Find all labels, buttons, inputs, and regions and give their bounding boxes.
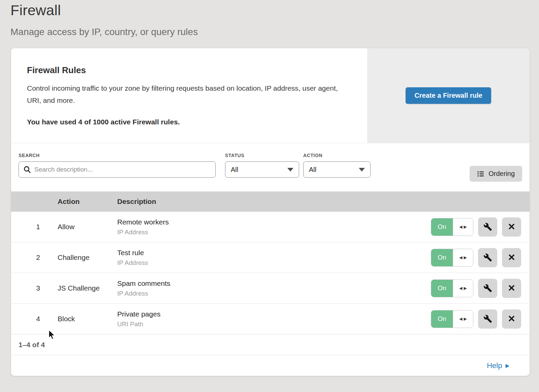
help-row: Help ▶ (11, 355, 530, 376)
rule-enabled-toggle[interactable]: On ◀▶ (431, 249, 473, 267)
wrench-icon (483, 314, 492, 323)
rule-description: Test rule (117, 249, 431, 257)
rule-number: 4 (19, 315, 58, 323)
ordering-button[interactable]: Ordering (470, 166, 522, 182)
toggle-on-segment[interactable]: On (431, 280, 453, 297)
delete-rule-button[interactable]: ✕ (502, 248, 521, 267)
edit-rule-button[interactable] (478, 309, 497, 329)
left-arrow-icon: ◀ (459, 255, 462, 260)
rule-number: 3 (19, 284, 58, 292)
left-arrow-icon: ◀ (459, 286, 462, 291)
status-select-value: All (231, 166, 238, 174)
close-icon: ✕ (508, 314, 515, 324)
toggle-on-segment[interactable]: On (431, 310, 453, 328)
create-firewall-rule-button[interactable]: Create a Firewall rule (406, 87, 491, 104)
help-link[interactable]: Help (487, 361, 502, 370)
pagination-range: 1–4 of 4 (11, 334, 530, 355)
close-icon: ✕ (508, 253, 515, 262)
search-box (19, 161, 216, 178)
toggle-on-segment[interactable]: On (431, 249, 453, 266)
rule-action: Allow (58, 223, 117, 231)
action-select[interactable]: All (303, 161, 371, 178)
rule-controls: On ◀▶ ✕ (431, 248, 521, 267)
card-top-text: Firewall Rules Control incoming traffic … (11, 48, 367, 143)
rule-action: Block (58, 315, 117, 323)
card-top-panel: Create a Firewall rule (367, 48, 530, 143)
right-arrow-icon: ▶ (464, 255, 467, 260)
wrench-icon (483, 253, 492, 262)
usage-note: You have used 4 of 1000 active Firewall … (27, 118, 354, 126)
edit-rule-button[interactable] (478, 217, 497, 237)
rule-enabled-toggle[interactable]: On ◀▶ (431, 310, 473, 328)
page-subtitle: Manage access by IP, country, or query r… (10, 27, 198, 37)
rule-description: Private pages (117, 310, 431, 318)
delete-rule-button[interactable]: ✕ (502, 279, 521, 298)
table-row: 4 Block Private pages URI Path On ◀▶ ✕ (11, 304, 530, 334)
table-row: 2 Challenge Test rule IP Address On ◀▶ ✕ (11, 242, 530, 273)
page-header: Firewall Manage access by IP, country, o… (10, 2, 198, 37)
firewall-rules-card: Firewall Rules Control incoming traffic … (11, 48, 530, 376)
delete-rule-button[interactable]: ✕ (502, 217, 521, 237)
rule-number: 1 (19, 223, 58, 231)
rule-number: 2 (19, 253, 58, 262)
table-row: 1 Allow Remote workers IP Address On ◀▶ … (11, 212, 530, 242)
delete-rule-button[interactable]: ✕ (502, 309, 521, 329)
range-text: 1–4 of 4 (19, 341, 45, 349)
action-column-header: Action (58, 198, 117, 206)
chevron-down-icon (359, 168, 365, 172)
toggle-arrows-segment[interactable]: ◀▶ (453, 280, 473, 297)
right-arrow-icon: ▶ (464, 224, 467, 229)
rule-match-type: URI Path (117, 321, 431, 328)
search-input[interactable] (19, 161, 216, 178)
filter-row: SEARCH STATUS All ACTION All (11, 143, 530, 191)
left-arrow-icon: ◀ (459, 316, 462, 321)
description-column-header: Description (117, 198, 530, 206)
card-heading: Firewall Rules (27, 65, 354, 76)
status-select[interactable]: All (225, 161, 299, 178)
rule-action: Challenge (58, 253, 117, 262)
status-filter-group: STATUS All (225, 153, 299, 178)
rule-description: Spam comments (117, 279, 431, 288)
search-label: SEARCH (19, 153, 216, 158)
page-title: Firewall (10, 2, 198, 19)
action-label: ACTION (303, 153, 371, 158)
rule-controls: On ◀▶ ✕ (431, 217, 521, 237)
table-header: Action Description (11, 191, 530, 212)
close-icon: ✕ (508, 222, 515, 232)
list-icon (477, 170, 484, 178)
rule-controls: On ◀▶ ✕ (431, 309, 521, 329)
rule-enabled-toggle[interactable]: On ◀▶ (431, 218, 473, 236)
toggle-arrows-segment[interactable]: ◀▶ (453, 218, 473, 236)
right-arrow-icon: ▶ (464, 286, 467, 291)
search-filter-group: SEARCH (19, 153, 216, 178)
table-row: 3 JS Challenge Spam comments IP Address … (11, 273, 530, 304)
rule-match-type: IP Address (117, 290, 431, 297)
close-icon: ✕ (508, 284, 515, 293)
action-filter-group: ACTION All (303, 153, 371, 178)
card-top-section: Firewall Rules Control incoming traffic … (11, 48, 530, 143)
rule-match-type: IP Address (117, 229, 431, 236)
toggle-arrows-segment[interactable]: ◀▶ (453, 310, 473, 328)
rule-description: Remote workers (117, 218, 431, 226)
search-icon (23, 165, 31, 174)
help-arrow-icon: ▶ (505, 363, 509, 369)
card-description: Control incoming traffic to your zone by… (27, 82, 349, 107)
chevron-down-icon (287, 168, 293, 172)
action-select-value: All (309, 166, 316, 174)
rule-action: JS Challenge (58, 284, 117, 292)
rule-controls: On ◀▶ ✕ (431, 279, 521, 298)
right-arrow-icon: ▶ (464, 316, 467, 321)
status-label: STATUS (225, 153, 299, 158)
wrench-icon (483, 284, 492, 293)
rule-enabled-toggle[interactable]: On ◀▶ (431, 279, 473, 297)
edit-rule-button[interactable] (478, 248, 497, 267)
toggle-arrows-segment[interactable]: ◀▶ (453, 249, 473, 266)
toggle-on-segment[interactable]: On (431, 218, 453, 236)
rule-match-type: IP Address (117, 259, 431, 267)
edit-rule-button[interactable] (478, 279, 497, 298)
left-arrow-icon: ◀ (459, 224, 462, 229)
ordering-button-label: Ordering (488, 170, 515, 178)
wrench-icon (483, 222, 492, 231)
